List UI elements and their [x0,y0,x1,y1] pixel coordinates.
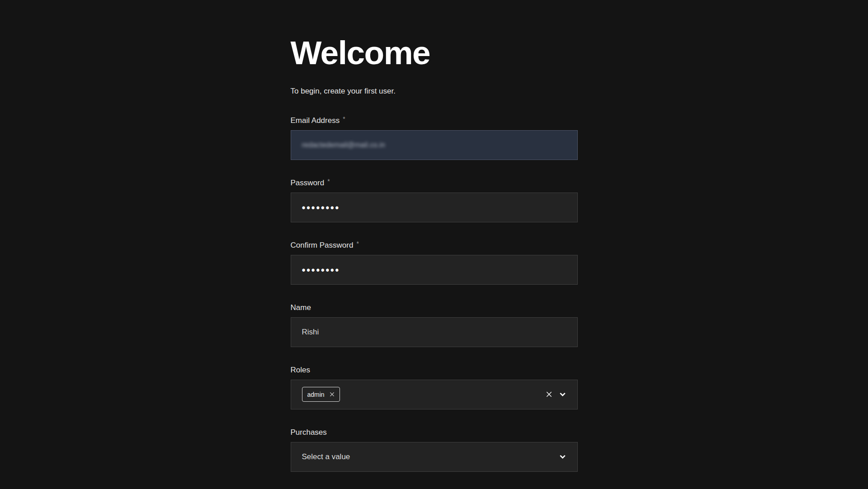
name-value: Rishi [302,328,319,337]
confirm-password-input[interactable]: •••••••• [291,255,578,285]
purchases-label: Purchases [291,428,327,437]
purchases-label-row: Purchases [291,428,578,437]
roles-chip-admin: admin [302,387,340,402]
field-group-roles: Roles admin [291,366,578,409]
roles-label-row: Roles [291,366,578,375]
field-group-email: Email Address * redactedemail@mail.co.in [291,116,578,160]
chevron-down-icon[interactable] [559,390,566,398]
page-subtitle: To begin, create your first user. [291,87,578,96]
field-group-name: Name Rishi [291,303,578,347]
confirm-password-label-row: Confirm Password * [291,241,578,250]
required-marker: * [343,115,345,122]
password-label-row: Password * [291,179,578,188]
email-label-row: Email Address * [291,116,578,125]
chip-remove-x-icon[interactable] [330,392,335,397]
confirm-password-masked-value: •••••••• [302,263,340,276]
roles-select-controls [545,390,566,398]
purchases-placeholder: Select a value [302,452,350,461]
name-label-row: Name [291,303,578,312]
email-value-redacted: redactedemail@mail.co.in [302,141,385,149]
confirm-password-label: Confirm Password [291,241,354,250]
field-group-confirm-password: Confirm Password * •••••••• [291,241,578,285]
create-first-user-page: Welcome To begin, create your first user… [291,0,578,489]
email-input[interactable]: redactedemail@mail.co.in [291,130,578,160]
required-marker: * [327,178,330,185]
clear-x-icon[interactable] [545,390,553,398]
field-group-password: Password * •••••••• [291,179,578,222]
roles-label: Roles [291,366,310,375]
password-masked-value: •••••••• [302,201,340,213]
name-label: Name [291,303,311,312]
purchases-select-controls [559,453,566,461]
required-marker: * [356,240,359,247]
email-label: Email Address [291,116,340,125]
roles-chip-label: admin [307,391,325,398]
purchases-select[interactable]: Select a value [291,442,578,472]
password-input[interactable]: •••••••• [291,193,578,222]
password-label: Password [291,179,325,188]
roles-multiselect[interactable]: admin [291,380,578,409]
chevron-down-icon[interactable] [559,453,566,461]
name-input[interactable]: Rishi [291,317,578,347]
page-title: Welcome [291,34,578,71]
field-group-purchases: Purchases Select a value [291,428,578,472]
